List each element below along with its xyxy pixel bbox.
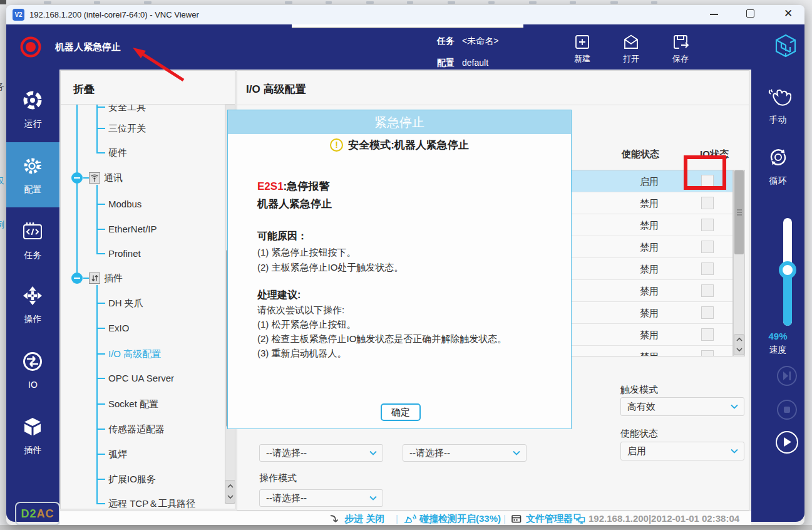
tree-item-opc-ua-server[interactable]: OPC UA Server (108, 372, 174, 385)
task-value: <未命名> (462, 36, 498, 47)
nav-label-io: IO (6, 380, 59, 390)
nav-item-io[interactable]: IO (6, 338, 59, 403)
status-bar: 步进 关闭 | 碰撞检测开启(33%) | 文件管理器 | 192.168.1.… (60, 511, 751, 525)
tree-item-plugin-group[interactable]: 插件 (104, 272, 123, 284)
enable-state-cell: 禁用 (609, 329, 690, 341)
collision-detect-icon (403, 513, 417, 524)
tree-item-arc-welding[interactable]: 弧焊 (108, 448, 127, 460)
enable-state-cell: 禁用 (609, 241, 690, 253)
bottom-select-1[interactable]: --请选择-- (259, 444, 383, 462)
save-file-icon (672, 33, 689, 51)
chevron-down-icon[interactable] (736, 346, 743, 353)
status-separator: | (396, 513, 398, 524)
chevron-down-icon[interactable] (227, 493, 234, 501)
maximize-button[interactable] (746, 9, 754, 18)
io-state-checkbox[interactable] (701, 241, 714, 253)
io-state-checkbox[interactable] (701, 350, 714, 356)
confirm-button[interactable]: 确定 (381, 403, 421, 421)
open-task-button[interactable]: 打开 (612, 33, 650, 68)
tree-item-communication[interactable]: 通讯 (104, 172, 123, 184)
io-state-checkbox[interactable] (701, 219, 714, 231)
tree-item-hardware[interactable]: 硬件 (108, 147, 127, 159)
tree-item-ethernet-ip[interactable]: EtherNet/IP (108, 223, 157, 236)
dialog-title[interactable]: 紧急停止 (228, 110, 571, 134)
advice-intro: 请依次尝试以下操作: (257, 303, 344, 317)
table-scrollbar-thumb[interactable] (734, 170, 744, 254)
table-scrollbar-buttons[interactable] (734, 334, 744, 355)
chevron-down-icon (730, 448, 739, 454)
network-monitor-icon (573, 513, 585, 524)
chevron-down-icon (512, 450, 521, 456)
dialog-warning-text: 安全模式:机器人紧急停止 (348, 138, 469, 152)
nav-item-run[interactable]: 运行 (6, 77, 59, 142)
nav-item-operate[interactable]: 操作 (6, 273, 59, 338)
d2ac-badge[interactable]: D2AC (15, 502, 60, 525)
chevron-up-icon[interactable] (736, 336, 743, 343)
chevron-down-icon (369, 495, 378, 501)
window-titlebar[interactable]: V2 192.168.1.200 (intel-corei7-64:0) - V… (6, 5, 804, 24)
tree-item-safety-tools[interactable]: 安全工具 (108, 105, 146, 113)
cube-icon (22, 416, 43, 437)
tree-scrollbar-buttons[interactable] (225, 480, 235, 504)
vnc-toolbar-peek-icon (0, 0, 6, 4)
tree-collapse-button[interactable] (71, 172, 83, 184)
bottom-select-2[interactable]: --请选择-- (403, 444, 527, 462)
tree-tick (96, 204, 105, 205)
manual-mode-button[interactable]: 手动 (751, 85, 804, 129)
badge-ac: AC (37, 507, 54, 520)
save-task-button[interactable]: 保存 (662, 33, 699, 68)
tree-item-socket-config[interactable]: Socket 配置 (108, 398, 158, 410)
trigger-mode-select[interactable]: 高有效 (620, 397, 744, 416)
tree-item-exio[interactable]: ExIO (108, 322, 129, 335)
close-button[interactable]: ✕ (783, 8, 794, 20)
trigger-mode-label: 触发模式 (620, 384, 658, 395)
desktop-artifact: 务 (0, 81, 6, 93)
nav-item-plugin[interactable]: 插件 (6, 403, 59, 468)
play-button[interactable] (776, 431, 798, 454)
io-state-checkbox[interactable] (701, 306, 714, 319)
tree-collapse-header[interactable]: 折叠 (73, 82, 95, 96)
tree-body: 安全工具 三位开关 硬件 通讯 Modbus EtherNet/IP (61, 105, 235, 509)
new-task-button[interactable]: 新建 (563, 33, 601, 68)
nav-item-config[interactable]: 配置 (6, 142, 59, 207)
tree-item-three-position-switch[interactable]: 三位开关 (108, 122, 146, 135)
tree-collapse-button[interactable] (71, 273, 83, 284)
right-nav-rail: 手动 循环 49% 速度 (751, 70, 804, 522)
step-forward-button[interactable] (777, 366, 797, 386)
io-state-checkbox[interactable] (701, 328, 714, 341)
gear-icon (22, 155, 43, 177)
io-state-checkbox[interactable] (701, 262, 714, 275)
tree-item-profinet[interactable]: Profinet (108, 247, 141, 260)
run-icon (22, 90, 43, 111)
move-arrows-icon (22, 285, 43, 306)
speed-slider-knob[interactable] (779, 261, 796, 279)
file-manager-link[interactable]: 文件管理器 (526, 513, 573, 524)
collision-detect-status[interactable]: 碰撞检测开启(33%) (419, 513, 501, 524)
desktop-strip-bottom (0, 525, 812, 530)
tree-item-io-advanced-config[interactable]: I/O 高级配置 (108, 348, 161, 360)
io-state-checkbox[interactable] (701, 284, 714, 297)
cycle-mode-label: 循环 (751, 175, 804, 186)
tree-item-extended-io-service[interactable]: 扩展IO服务 (108, 473, 156, 486)
vnc-toolbar-peek-icon (407, 1, 413, 4)
enable-state-cell: 禁用 (609, 285, 690, 297)
stop-button[interactable] (777, 400, 797, 420)
chevron-up-icon[interactable] (227, 482, 234, 490)
tree-item-dh-gripper[interactable]: DH 夹爪 (108, 297, 143, 309)
tree-item-modbus[interactable]: Modbus (108, 198, 141, 210)
connection-address-datetime: 192.168.1.200|2012-01-01 02:38:04 (588, 513, 739, 524)
operation-mode-select[interactable]: --请选择-- (259, 489, 383, 507)
io-state-checkbox[interactable] (701, 197, 714, 209)
tree-tick (96, 303, 105, 304)
tree-tick (96, 429, 105, 430)
nav-label-task: 任务 (6, 250, 59, 261)
tree-item-remote-tcp-toolpath[interactable]: 远程 TCP＆工具路径 (108, 497, 195, 509)
minimize-button[interactable] (710, 14, 718, 15)
config-label: 配置 (437, 58, 455, 69)
cycle-mode-button[interactable]: 循环 (751, 146, 804, 190)
tree-item-sensor-adapter[interactable]: 传感器适配器 (108, 423, 165, 435)
step-mode-status[interactable]: 步进 关闭 (344, 513, 384, 524)
step-mode-icon (329, 514, 341, 524)
nav-item-task[interactable]: 任务 (6, 207, 59, 273)
enable-state-select[interactable]: 启用 (620, 442, 744, 460)
